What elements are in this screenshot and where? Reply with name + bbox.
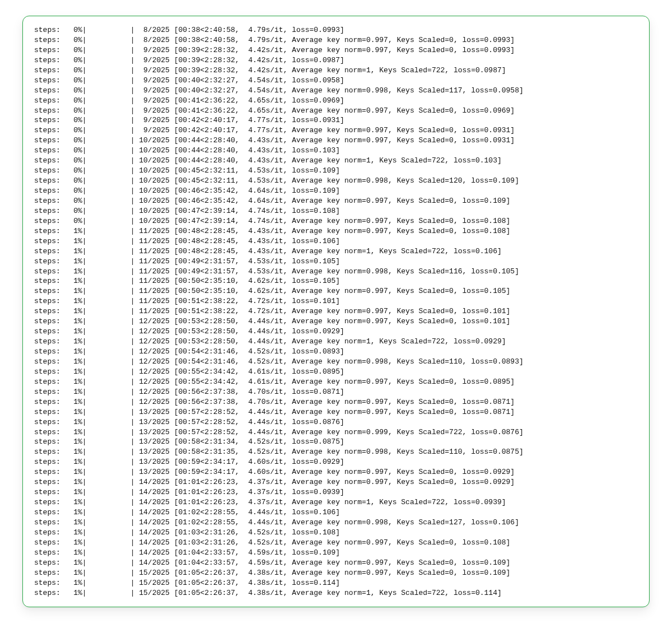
log-line: steps: 1%| | 11/2025 [00:50<2:35:10, 4.6… [34,286,638,296]
log-line: steps: 0%| | 9/2025 [00:40<2:32:27, 4.54… [34,76,638,86]
output-panel: steps: 0%| | 8/2025 [00:38<2:40:58, 4.79… [22,16,650,607]
log-line: steps: 0%| | 9/2025 [00:41<2:36:22, 4.65… [34,96,638,106]
log-line: steps: 0%| | 10/2025 [00:45<2:32:11, 4.5… [34,176,638,186]
log-line: steps: 1%| | 12/2025 [00:53<2:28:50, 4.4… [34,337,638,347]
log-line: steps: 0%| | 10/2025 [00:44<2:28:40, 4.4… [34,156,638,166]
log-line: steps: 1%| | 13/2025 [00:57<2:28:52, 4.4… [34,407,638,417]
log-line: steps: 1%| | 12/2025 [00:56<2:37:38, 4.7… [34,387,638,397]
log-line: steps: 1%| | 14/2025 [01:01<2:26:23, 4.3… [34,487,638,497]
log-line: steps: 1%| | 14/2025 [01:01<2:26:23, 4.3… [34,497,638,508]
log-line: steps: 1%| | 11/2025 [00:48<2:28:45, 4.4… [34,236,638,246]
log-line: steps: 1%| | 14/2025 [01:02<2:28:55, 4.4… [34,508,638,518]
log-line: steps: 1%| | 11/2025 [00:50<2:35:10, 4.6… [34,276,638,286]
log-line: steps: 0%| | 10/2025 [00:46<2:35:42, 4.6… [34,186,638,196]
log-line: steps: 1%| | 13/2025 [00:58<2:31:34, 4.5… [34,437,638,447]
log-line: steps: 1%| | 15/2025 [01:05<2:26:37, 4.3… [34,568,638,578]
log-line: steps: 1%| | 14/2025 [01:02<2:28:55, 4.4… [34,518,638,528]
log-line: steps: 0%| | 8/2025 [00:38<2:40:58, 4.79… [34,35,638,45]
log-line: steps: 1%| | 11/2025 [00:48<2:28:45, 4.4… [34,226,638,236]
log-line: steps: 1%| | 12/2025 [00:54<2:31:46, 4.5… [34,357,638,367]
log-line: steps: 0%| | 10/2025 [00:44<2:28:40, 4.4… [34,146,638,156]
log-line: steps: 0%| | 9/2025 [00:40<2:32:27, 4.54… [34,86,638,96]
log-line: steps: 1%| | 11/2025 [00:51<2:38:22, 4.7… [34,306,638,316]
log-line: steps: 0%| | 9/2025 [00:39<2:28:32, 4.42… [34,45,638,55]
log-line: steps: 0%| | 10/2025 [00:47<2:39:14, 4.7… [34,206,638,216]
log-line: steps: 1%| | 14/2025 [01:03<2:31:26, 4.5… [34,538,638,548]
log-line: steps: 1%| | 12/2025 [00:55<2:34:42, 4.6… [34,377,638,387]
log-line: steps: 1%| | 15/2025 [01:05<2:26:37, 4.3… [34,578,638,588]
log-line: steps: 1%| | 14/2025 [01:04<2:33:57, 4.5… [34,548,638,558]
log-line: steps: 1%| | 13/2025 [00:57<2:28:52, 4.4… [34,427,638,437]
log-line: steps: 0%| | 10/2025 [00:45<2:32:11, 4.5… [34,166,638,176]
log-line: steps: 0%| | 9/2025 [00:41<2:36:22, 4.65… [34,106,638,116]
log-line: steps: 1%| | 11/2025 [00:51<2:38:22, 4.7… [34,296,638,306]
log-line: steps: 0%| | 10/2025 [00:44<2:28:40, 4.4… [34,136,638,146]
terminal-log: steps: 0%| | 8/2025 [00:38<2:40:58, 4.79… [34,25,638,598]
log-line: steps: 1%| | 14/2025 [01:03<2:31:26, 4.5… [34,528,638,538]
log-line: steps: 1%| | 12/2025 [00:56<2:37:38, 4.7… [34,397,638,407]
log-line: steps: 0%| | 9/2025 [00:42<2:40:17, 4.77… [34,125,638,136]
log-line: steps: 0%| | 9/2025 [00:39<2:28:32, 4.42… [34,55,638,66]
log-line: steps: 1%| | 13/2025 [00:59<2:34:17, 4.6… [34,457,638,467]
log-line: steps: 1%| | 12/2025 [00:54<2:31:46, 4.5… [34,347,638,357]
log-line: steps: 1%| | 14/2025 [01:01<2:26:23, 4.3… [34,477,638,487]
log-line: steps: 0%| | 9/2025 [00:42<2:40:17, 4.77… [34,115,638,125]
log-line: steps: 1%| | 11/2025 [00:48<2:28:45, 4.4… [34,246,638,257]
log-line: steps: 1%| | 12/2025 [00:53<2:28:50, 4.4… [34,316,638,327]
log-line: steps: 1%| | 14/2025 [01:04<2:33:57, 4.5… [34,558,638,568]
log-line: steps: 1%| | 11/2025 [00:49<2:31:57, 4.5… [34,267,638,277]
log-line: steps: 1%| | 15/2025 [01:05<2:26:37, 4.3… [34,588,638,598]
log-line: steps: 0%| | 10/2025 [00:46<2:35:42, 4.6… [34,196,638,206]
log-line: steps: 1%| | 13/2025 [00:59<2:34:17, 4.6… [34,467,638,477]
log-line: steps: 0%| | 8/2025 [00:38<2:40:58, 4.79… [34,25,638,35]
log-line: steps: 1%| | 13/2025 [00:57<2:28:52, 4.4… [34,417,638,427]
log-line: steps: 1%| | 13/2025 [00:58<2:31:35, 4.5… [34,447,638,457]
log-line: steps: 1%| | 12/2025 [00:53<2:28:50, 4.4… [34,327,638,337]
log-line: steps: 1%| | 11/2025 [00:49<2:31:57, 4.5… [34,257,638,267]
log-line: steps: 0%| | 9/2025 [00:39<2:28:32, 4.42… [34,66,638,76]
log-line: steps: 1%| | 12/2025 [00:55<2:34:42, 4.6… [34,367,638,377]
log-line: steps: 0%| | 10/2025 [00:47<2:39:14, 4.7… [34,216,638,226]
